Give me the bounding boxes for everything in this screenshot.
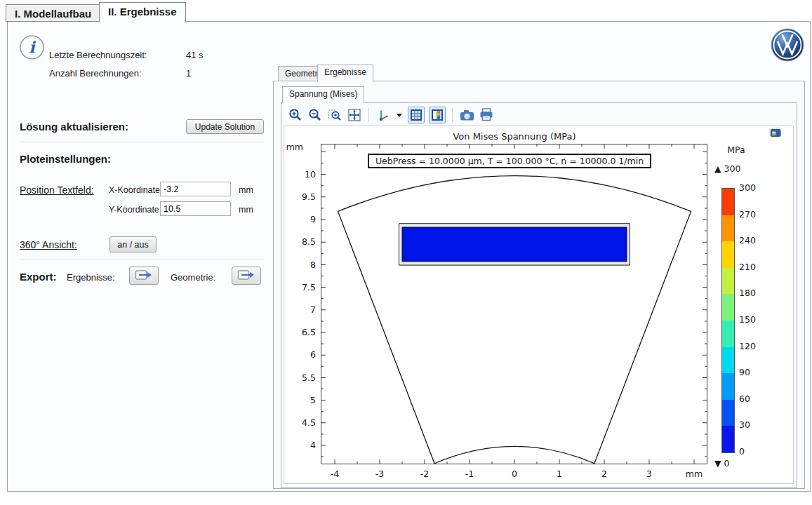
snapshot-button[interactable]	[459, 107, 474, 123]
x-tick-label: -2	[411, 469, 439, 479]
colorbar-tick-label: 300	[739, 182, 763, 193]
y-tick-label: 7	[286, 304, 316, 315]
divider	[20, 260, 265, 260]
view-360-toggle-button[interactable]: an / aus	[109, 236, 157, 252]
tab-ergebnisse[interactable]: II. Ergebnisse	[99, 2, 186, 22]
plot-title: Von Mises Spannung (MPa)	[409, 131, 620, 142]
colorbar-tick-label: 90	[739, 367, 763, 377]
y-tick-label: 9.5	[286, 191, 316, 202]
view-orientation-button[interactable]	[375, 107, 391, 123]
x-tick-label: 2	[590, 469, 618, 479]
update-solution-heading: Lösung aktualisieren:	[20, 121, 128, 133]
toolbar-separator	[368, 108, 369, 122]
colorbar-segment	[722, 215, 734, 242]
y-tick-label: 6	[286, 349, 316, 360]
x-tick-label: -4	[321, 469, 349, 479]
export-results-label: Ergebnisse:	[67, 272, 115, 283]
x-axis-unit: mm	[680, 469, 708, 479]
colorbar-segment	[722, 373, 734, 400]
y-tick-label: 4.5	[286, 417, 316, 428]
app-window: I. Modellaufbau II. Ergebnisse i Letzte …	[0, 0, 812, 505]
export-geometry-button[interactable]	[232, 267, 261, 285]
vw-logo	[770, 28, 805, 65]
y-coordinate-label: Y-Koordinate:	[109, 205, 161, 215]
x-tick-label: 1	[545, 469, 573, 479]
plot-annotation: UebPress = 10.0000 µm, T = 100.000 °C, n…	[368, 154, 651, 168]
grid-toggle-button[interactable]	[408, 107, 425, 123]
colorbar-tick-label: 180	[739, 288, 763, 298]
x-tick-label: 3	[635, 469, 663, 479]
colorbar-segment	[722, 268, 734, 295]
view-360-label: 360° Ansicht:	[20, 239, 77, 250]
plot-window-icon[interactable]	[769, 127, 783, 142]
colorbar-tick-label: 0	[739, 446, 763, 457]
toolbar-separator	[452, 108, 453, 122]
x-tick-label: 0	[500, 469, 528, 479]
y-tick-label: 8	[286, 260, 316, 270]
y-tick-label: 5.5	[286, 372, 316, 383]
y-coordinate-unit: mm	[239, 205, 253, 215]
computation-count-value: 1	[186, 68, 191, 79]
zoom-box-button[interactable]	[327, 107, 342, 123]
graphics-toolbar	[288, 105, 494, 124]
zoom-extents-button[interactable]	[347, 107, 362, 123]
colorbar-tick-label: 240	[739, 235, 763, 245]
x-coordinate-input[interactable]	[160, 182, 231, 196]
export-icon	[237, 269, 255, 283]
y-tick-label: 4	[286, 440, 316, 450]
x-coordinate-label: X-Koordinate:	[109, 185, 162, 195]
colorbar-segment	[722, 400, 734, 426]
y-tick-label: 10	[286, 169, 316, 180]
plot-settings-heading: Ploteinstellungen:	[20, 153, 111, 165]
colorbar-min-marker: ▼ 0	[714, 458, 730, 469]
y-tick-label: 6.5	[286, 327, 316, 337]
y-axis-unit: mm	[279, 142, 303, 152]
colorbar-tick-label: 210	[739, 262, 763, 272]
colorbar-segment	[722, 321, 734, 347]
colorbar-segment	[722, 426, 734, 452]
zoom-out-button[interactable]	[307, 107, 323, 123]
mises-stress-plot	[321, 144, 707, 467]
divider	[20, 142, 265, 142]
print-button[interactable]	[479, 107, 494, 123]
computation-count-label: Anzahl Berechnungen:	[49, 68, 142, 79]
tab-spannung-mises[interactable]: Spannung (Mises)	[282, 86, 364, 103]
x-coordinate-unit: mm	[239, 185, 253, 195]
colorbar-tick-label: 270	[739, 209, 763, 220]
colorbar-tick-label: 120	[739, 341, 763, 351]
colorbar-tick-label: 30	[739, 419, 763, 430]
colorbar-segment	[722, 347, 734, 374]
last-computation-time-value: 41 s	[186, 50, 204, 60]
y-tick-label: 7.5	[286, 282, 316, 292]
zoom-in-button[interactable]	[288, 107, 303, 123]
legend-toggle-button[interactable]	[429, 107, 446, 123]
colorbar-segment	[722, 294, 734, 321]
last-computation-time-label: Letzte Berechnungszeit:	[49, 50, 147, 60]
colorbar-unit: MPa	[723, 144, 750, 155]
colorbar	[721, 188, 735, 453]
colorbar-tick-label: 60	[739, 393, 763, 404]
tab-modellaufbau[interactable]: I. Modellaufbau	[6, 4, 100, 22]
export-results-button[interactable]	[129, 267, 159, 285]
export-geometry-label: Geometrie:	[171, 272, 215, 283]
view-orientation-dropdown[interactable]	[395, 107, 404, 123]
colorbar-segment	[722, 241, 734, 268]
textfield-position-label: Position Textfeld:	[20, 184, 94, 196]
colorbar-tick-label: 150	[739, 314, 763, 325]
update-solution-button[interactable]: Update Solution	[186, 119, 264, 134]
y-coordinate-input[interactable]	[160, 201, 231, 216]
info-icon: i	[19, 34, 45, 63]
colorbar-max-marker: ▲ 300	[714, 163, 740, 174]
x-tick-label: -3	[366, 469, 394, 479]
export-icon	[135, 269, 153, 283]
y-tick-label: 5	[286, 395, 316, 405]
x-tick-label: -1	[455, 469, 484, 479]
colorbar-segment	[722, 189, 734, 215]
tab-ergebnisse-plot[interactable]: Ergebnisse	[317, 65, 373, 82]
y-tick-label: 9	[286, 214, 316, 224]
export-heading: Export:	[20, 271, 57, 283]
y-tick-label: 8.5	[286, 236, 316, 247]
